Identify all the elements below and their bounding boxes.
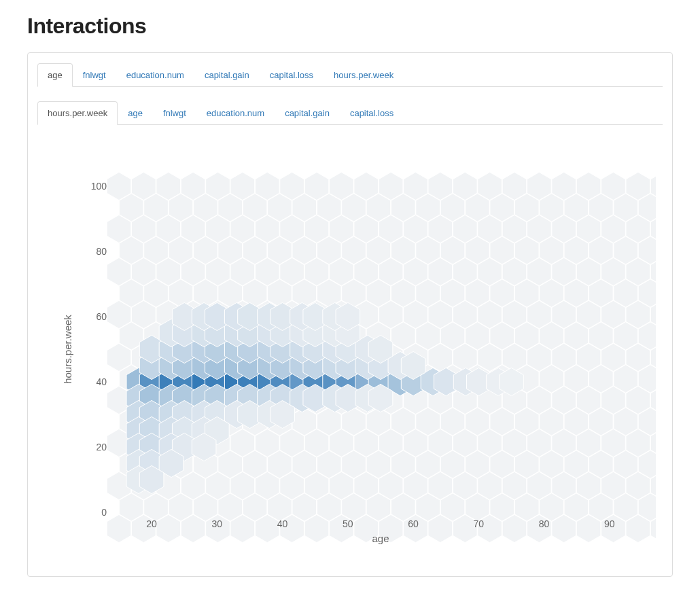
x-tick-label: 40 <box>277 518 288 529</box>
x-tick-label: 80 <box>539 518 550 529</box>
x-tick-label: 70 <box>474 518 485 529</box>
inner-tabs: hours.per.weekagefnlwgteducation.numcapi… <box>37 101 663 125</box>
inner-tab-capital-gain[interactable]: capital.gain <box>275 101 340 125</box>
inner-tab-age[interactable]: age <box>118 101 153 125</box>
inner-tab-education-num[interactable]: education.num <box>196 101 275 125</box>
y-tick-label: 100 <box>91 181 107 192</box>
y-tick-label: 40 <box>96 376 107 387</box>
outer-tab-capital-gain[interactable]: capital.gain <box>194 63 260 87</box>
y-tick-label: 0 <box>101 507 107 518</box>
outer-tab-fnlwgt[interactable]: fnlwgt <box>73 63 116 87</box>
x-tick-label: 20 <box>146 518 157 529</box>
outer-tab-education-num[interactable]: education.num <box>116 63 194 87</box>
y-tick-label: 60 <box>96 311 107 322</box>
outer-tabs: agefnlwgteducation.numcapital.gaincapita… <box>37 63 663 87</box>
page-title: Interactions <box>27 14 673 39</box>
interactions-panel: agefnlwgteducation.numcapital.gaincapita… <box>27 52 673 577</box>
inner-tab-capital-loss[interactable]: capital.loss <box>340 101 404 125</box>
x-tick-label: 30 <box>212 518 223 529</box>
inner-tab-wrap: hours.per.weekagefnlwgteducation.numcapi… <box>37 101 663 567</box>
inner-tab-hours-per-week[interactable]: hours.per.week <box>37 101 118 125</box>
x-tick-label: 60 <box>408 518 419 529</box>
y-tick-label: 20 <box>96 442 107 452</box>
x-axis-label: age <box>372 533 389 544</box>
x-tick-label: 50 <box>343 518 353 529</box>
y-tick-label: 80 <box>96 246 107 257</box>
hexbin-chart: 2030405060708090020406080100agehours.per… <box>37 145 663 567</box>
outer-tab-capital-loss[interactable]: capital.loss <box>260 63 323 87</box>
y-axis-label: hours.per.week <box>62 315 73 384</box>
x-tick-label: 90 <box>604 518 615 529</box>
outer-tab-age[interactable]: age <box>37 63 73 87</box>
inner-tab-fnlwgt[interactable]: fnlwgt <box>153 101 196 125</box>
outer-tab-hours-per-week[interactable]: hours.per.week <box>323 63 404 87</box>
hexbin-svg: 2030405060708090020406080100agehours.per… <box>44 159 656 553</box>
